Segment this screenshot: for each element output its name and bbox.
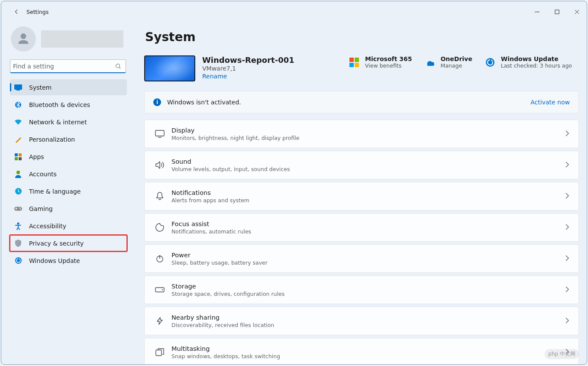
close-button[interactable]: [567, 5, 587, 18]
svg-rect-19: [355, 63, 359, 67]
nav-item-accounts[interactable]: Accounts: [10, 166, 127, 182]
back-button[interactable]: [10, 5, 23, 18]
svg-rect-3: [16, 90, 20, 91]
nav-item-network[interactable]: Network & internet: [10, 114, 127, 130]
svg-rect-18: [349, 63, 354, 67]
search-icon: [114, 62, 122, 70]
hero-link-title: OneDrive: [440, 55, 472, 62]
chevron-right-icon: [565, 130, 569, 138]
nav-item-apps[interactable]: Apps: [10, 149, 127, 165]
nav-item-gaming[interactable]: Gaming: [10, 201, 127, 217]
update-icon: [485, 57, 496, 68]
hero-link-onedrive[interactable]: OneDrive Manage: [424, 55, 472, 69]
device-wallpaper-thumb: [144, 55, 195, 81]
nav-item-accessibility[interactable]: Accessibility: [10, 218, 127, 234]
device-name: Windows-Report-001: [202, 55, 342, 65]
nav-item-privacy[interactable]: Privacy & security: [10, 235, 127, 251]
nav-item-update[interactable]: Windows Update: [10, 253, 127, 269]
svg-rect-7: [15, 157, 18, 160]
setting-card-power[interactable]: PowerSleep, battery usage, battery saver: [144, 244, 579, 273]
card-title: Nearby sharing: [171, 314, 565, 321]
nav-item-time[interactable]: Time & language: [10, 183, 127, 199]
setting-card-focus[interactable]: Focus assistNotifications, automatic rul…: [144, 213, 579, 242]
device-model: VMware7,1: [202, 65, 342, 72]
device-hero: Windows-Report-001 VMware7,1 Rename Micr…: [144, 55, 579, 81]
nav-item-label: Accounts: [29, 171, 57, 178]
card-subtitle: Snap windows, desktops, task switching: [171, 353, 565, 360]
maximize-button[interactable]: [547, 5, 567, 18]
chevron-right-icon: [565, 317, 569, 325]
user-profile[interactable]: [4, 22, 130, 59]
accounts-icon: [14, 170, 22, 178]
page-title: System: [144, 22, 579, 55]
nav-item-label: Bluetooth & devices: [29, 101, 90, 108]
nav-item-system[interactable]: System: [10, 79, 127, 95]
time-icon: [14, 188, 22, 195]
svg-rect-21: [155, 130, 164, 136]
nav-item-label: Windows Update: [29, 257, 80, 264]
nav-item-personalize[interactable]: Personalization: [10, 131, 127, 147]
network-icon: [14, 118, 22, 126]
titlebar: Settings: [1, 1, 587, 22]
svg-rect-6: [19, 153, 22, 156]
apps-icon: [14, 153, 22, 161]
nav-item-bluetooth[interactable]: Bluetooth & devices: [10, 97, 127, 113]
svg-rect-8: [19, 157, 22, 160]
hero-link-sub: Last checked: 3 hours ago: [501, 62, 572, 69]
svg-point-12: [19, 207, 20, 208]
nav-item-label: Privacy & security: [29, 240, 84, 247]
svg-point-24: [162, 289, 163, 290]
svg-rect-17: [355, 58, 359, 62]
nav-item-label: Gaming: [29, 205, 53, 212]
card-title: Focus assist: [171, 220, 565, 227]
card-subtitle: Volume levels, output, input, sound devi…: [171, 166, 565, 172]
setting-card-storage[interactable]: StorageStorage space, drives, configurat…: [144, 275, 579, 304]
search-box[interactable]: [10, 59, 126, 73]
card-subtitle: Alerts from apps and system: [171, 197, 565, 204]
setting-card-display[interactable]: DisplayMonitors, brightness, night light…: [144, 120, 579, 148]
svg-rect-16: [349, 58, 354, 62]
svg-point-13: [20, 208, 21, 209]
system-icon: [14, 84, 22, 91]
hero-link-windows-update[interactable]: Windows Update Last checked: 3 hours ago: [485, 55, 572, 69]
svg-point-1: [116, 64, 120, 68]
watermark: php 中文网: [545, 349, 579, 359]
setting-card-multitask[interactable]: MultitaskingSnap windows, desktops, task…: [144, 338, 579, 364]
nav-item-label: System: [29, 84, 52, 91]
nearby-icon: [152, 317, 167, 325]
svg-rect-5: [15, 153, 18, 156]
svg-point-14: [17, 222, 19, 224]
chevron-right-icon: [565, 192, 569, 201]
card-subtitle: Sleep, battery usage, battery saver: [171, 259, 565, 266]
svg-point-9: [16, 171, 20, 174]
bluetooth-icon: [14, 101, 22, 109]
setting-card-sound[interactable]: SoundVolume levels, output, input, sound…: [144, 151, 579, 179]
avatar: [11, 26, 36, 52]
hero-link-sub: Manage: [440, 62, 472, 69]
nav-item-label: Apps: [29, 153, 44, 160]
minimize-button[interactable]: [527, 5, 547, 18]
setting-card-notifications[interactable]: NotificationsAlerts from apps and system: [144, 182, 579, 211]
setting-card-nearby[interactable]: Nearby sharingDiscoverability, received …: [144, 307, 579, 335]
card-title: Power: [171, 252, 565, 259]
hero-link-sub: View benefits: [365, 62, 412, 69]
onedrive-icon: [424, 57, 435, 68]
gaming-icon: [14, 205, 22, 213]
card-subtitle: Monitors, brightness, night light, displ…: [171, 135, 565, 141]
activation-banner: i Windows isn't activated. Activate now: [144, 91, 579, 113]
card-title: Multitasking: [171, 345, 565, 352]
hero-link-microsoft365[interactable]: Microsoft 365 View benefits: [349, 55, 412, 69]
rename-link[interactable]: Rename: [202, 73, 342, 80]
search-input[interactable]: [11, 63, 114, 70]
user-name-redacted: [41, 30, 123, 48]
banner-text: Windows isn't activated.: [167, 99, 530, 106]
hero-link-title: Windows Update: [501, 55, 572, 62]
card-title: Sound: [171, 158, 565, 165]
chevron-right-icon: [565, 255, 569, 263]
hero-link-title: Microsoft 365: [365, 55, 412, 62]
svg-rect-0: [555, 10, 559, 14]
main-content: System Windows-Report-001 VMware7,1 Rena…: [136, 22, 587, 364]
power-icon: [152, 254, 167, 263]
nav-item-label: Personalization: [29, 136, 75, 143]
activate-now-link[interactable]: Activate now: [530, 99, 570, 106]
